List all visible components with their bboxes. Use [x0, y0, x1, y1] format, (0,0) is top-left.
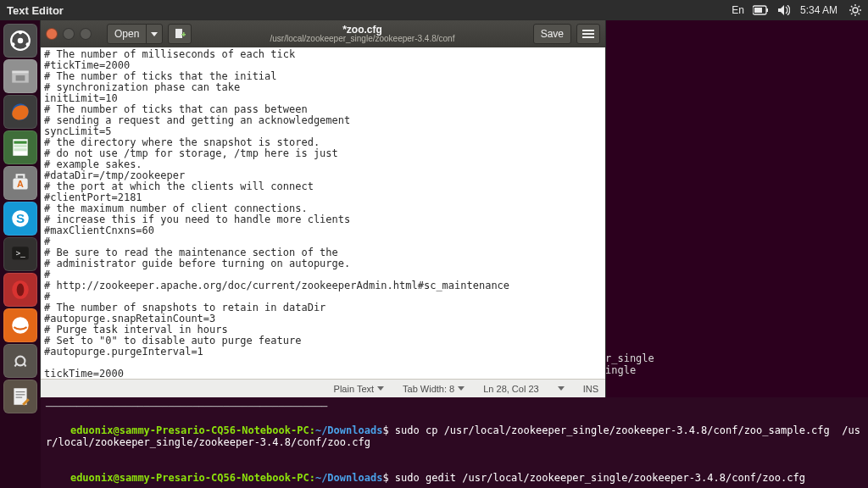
terminal-truncated-line: ────────────────────────────────────────… [46, 401, 863, 413]
top-menubar: Text Editor En 5:34 AM [0, 0, 868, 20]
svg-rect-45 [582, 36, 594, 38]
svg-point-14 [18, 38, 24, 44]
terminal-line: eduonix@sammy-Presario-CQ56-Notebook-PC:… [46, 413, 863, 460]
svg-rect-20 [16, 75, 25, 81]
hamburger-icon [582, 29, 594, 39]
gedit-statusbar: Plain Text Tab Width: 8 Ln 28, Col 23 IN… [41, 379, 605, 397]
syntax-selector[interactable]: Plain Text [334, 384, 385, 394]
svg-line-10 [859, 14, 860, 15]
svg-rect-24 [14, 145, 26, 147]
skype-icon[interactable]: S [3, 202, 37, 236]
editor-area[interactable]: # The number of milliseconds of each tic… [41, 47, 605, 379]
gedit-window: Open *zoo.cfg /usr/local/zookeeper_singl… [41, 20, 605, 397]
background-window-text: r_single ingle [605, 352, 654, 376]
cursor-position: Ln 28, Col 23 [483, 384, 538, 394]
gear-icon[interactable] [849, 4, 861, 16]
libreoffice-calc-icon[interactable] [3, 130, 37, 164]
sound-icon[interactable] [778, 5, 790, 15]
svg-point-34 [12, 317, 29, 334]
maximize-icon[interactable] [80, 28, 92, 40]
firefox-icon[interactable] [3, 95, 37, 129]
chevron-down-icon [558, 386, 565, 391]
unity-launcher: A S >_ [0, 20, 41, 488]
amazon-icon[interactable] [3, 308, 37, 342]
battery-icon[interactable] [753, 5, 770, 15]
gedit-titlebar: Open *zoo.cfg /usr/local/zookeeper_singl… [41, 20, 605, 47]
terminal-icon[interactable]: >_ [3, 237, 37, 271]
close-icon[interactable] [46, 28, 58, 40]
svg-text:>_: >_ [16, 248, 26, 258]
svg-point-4 [853, 8, 858, 13]
software-center-icon[interactable]: A [3, 166, 37, 200]
settings-icon[interactable] [3, 344, 37, 378]
chevron-down-icon [377, 386, 384, 391]
keyboard-indicator[interactable]: En [732, 4, 744, 16]
terminal-window[interactable]: ────────────────────────────────────────… [41, 397, 868, 488]
svg-rect-44 [582, 33, 594, 35]
hamburger-menu-button[interactable] [576, 24, 600, 44]
editor-content[interactable]: # The number of milliseconds of each tic… [41, 47, 605, 379]
svg-text:A: A [17, 179, 24, 189]
dash-icon[interactable] [3, 24, 37, 58]
chevron-down-icon [458, 386, 465, 391]
svg-text:S: S [16, 211, 25, 225]
svg-marker-3 [778, 5, 784, 15]
svg-point-17 [11, 42, 14, 46]
terminal-line: eduonix@sammy-Presario-CQ56-Notebook-PC:… [46, 460, 863, 488]
svg-rect-2 [754, 8, 762, 13]
app-title: Text Editor [7, 4, 64, 17]
save-button[interactable]: Save [533, 24, 571, 44]
status-extra-dropdown[interactable] [558, 386, 565, 391]
svg-point-15 [19, 30, 22, 34]
text-editor-icon[interactable] [3, 380, 37, 413]
svg-line-12 [859, 6, 860, 8]
svg-line-11 [851, 14, 853, 15]
files-icon[interactable] [3, 59, 37, 93]
chevron-down-icon [151, 32, 158, 36]
svg-line-9 [851, 6, 853, 8]
svg-rect-1 [766, 8, 768, 12]
tab-width-selector[interactable]: Tab Width: 8 [403, 384, 465, 394]
document-new-icon [174, 28, 186, 40]
svg-rect-23 [14, 141, 26, 143]
svg-rect-40 [175, 29, 182, 38]
svg-rect-18 [12, 71, 29, 74]
svg-point-16 [26, 42, 30, 46]
svg-rect-43 [582, 30, 594, 31]
open-dropdown[interactable] [146, 24, 163, 44]
clock[interactable]: 5:34 AM [800, 4, 837, 16]
insert-mode: INS [583, 384, 598, 394]
opera-icon[interactable] [3, 273, 37, 307]
new-tab-button[interactable] [168, 24, 192, 44]
document-path: /usr/local/zookeeper_single/zookeeper-3.… [270, 35, 455, 43]
svg-point-33 [17, 283, 25, 296]
minimize-icon[interactable] [63, 28, 75, 40]
svg-rect-25 [14, 148, 26, 151]
open-button[interactable]: Open [107, 24, 147, 44]
svg-rect-42 [183, 32, 185, 36]
